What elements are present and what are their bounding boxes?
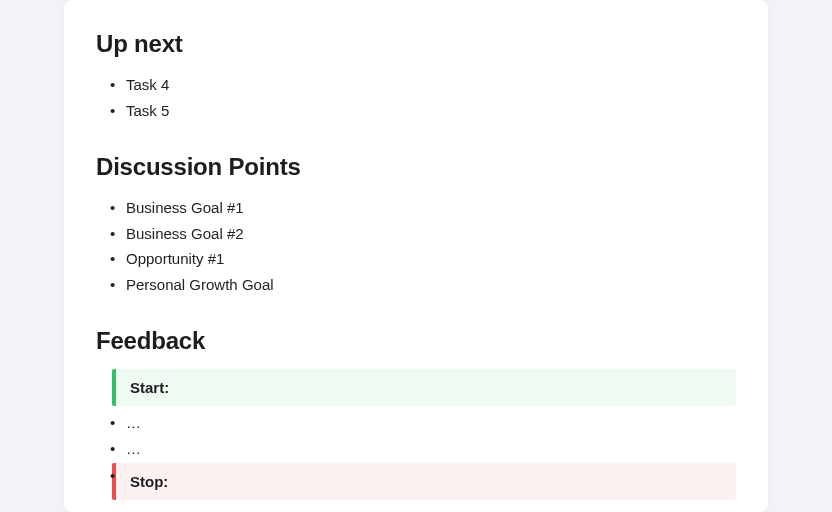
- up-next-list: Task 4 Task 5: [96, 72, 736, 123]
- list-item: Task 5: [110, 98, 736, 124]
- section-title-up-next: Up next: [96, 30, 736, 58]
- list-item: Personal Growth Goal: [110, 272, 736, 298]
- callout-stop: Stop:: [112, 463, 736, 500]
- list-item: Business Goal #1: [110, 195, 736, 221]
- callout-start-label: Start:: [130, 379, 169, 396]
- section-discussion-points: Discussion Points Business Goal #1 Busin…: [96, 153, 736, 297]
- document-page: Up next Task 4 Task 5 Discussion Points …: [64, 0, 768, 512]
- section-feedback: Feedback Start: … … Stop:: [96, 327, 736, 500]
- list-item: …: [96, 410, 736, 436]
- section-title-feedback: Feedback: [96, 327, 736, 355]
- section-title-discussion-points: Discussion Points: [96, 153, 736, 181]
- discussion-list: Business Goal #1 Business Goal #2 Opport…: [96, 195, 736, 297]
- section-up-next: Up next Task 4 Task 5: [96, 30, 736, 123]
- list-item: …: [96, 436, 736, 462]
- feedback-start-list: … …: [96, 410, 736, 463]
- list-item: Opportunity #1: [110, 246, 736, 272]
- callout-start: Start:: [112, 369, 736, 406]
- callout-stop-label: Stop:: [130, 473, 168, 490]
- list-item: Task 4: [110, 72, 736, 98]
- list-item: Business Goal #2: [110, 221, 736, 247]
